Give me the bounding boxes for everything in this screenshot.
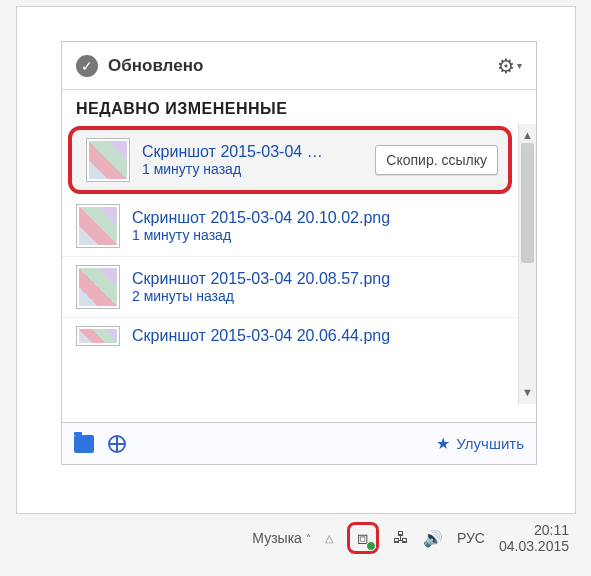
item-title: Скриншот 2015-03-04 …: [142, 143, 363, 161]
list-item[interactable]: Скриншот 2015-03-04 20.06.44.png: [62, 318, 518, 346]
taskbar-clock[interactable]: 20:11 04.03.2015: [499, 522, 569, 554]
chevron-down-icon: ▾: [517, 60, 522, 71]
list-item[interactable]: Скриншот 2015-03-04 20.08.57.png 2 минут…: [62, 257, 518, 318]
status-check-icon: ✓: [76, 55, 98, 77]
item-subtitle: 1 минуту назад: [142, 161, 363, 177]
scroll-track[interactable]: [519, 143, 536, 385]
item-subtitle: 1 минуту назад: [132, 227, 508, 243]
upgrade-label: Улучшить: [456, 435, 524, 452]
network-icon[interactable]: 🖧: [393, 529, 409, 547]
popup-header: ✓ Обновлено ⚙ ▾: [62, 42, 536, 90]
item-text: Скриншот 2015-03-04 20.10.02.png 1 минут…: [132, 209, 508, 243]
item-text: Скриншот 2015-03-04 20.08.57.png 2 минут…: [132, 270, 508, 304]
recent-list-inner: Скриншот 2015-03-04 … 1 минуту назад Ско…: [62, 124, 518, 404]
thumbnail-icon: [76, 326, 120, 346]
item-title: Скриншот 2015-03-04 20.10.02.png: [132, 209, 508, 227]
language-indicator[interactable]: РУС: [457, 530, 485, 546]
sound-icon[interactable]: 🔊: [423, 529, 443, 548]
scroll-down-icon[interactable]: ▼: [522, 385, 533, 400]
star-icon: ★: [436, 434, 450, 453]
thumbnail-icon: [76, 265, 120, 309]
item-title: Скриншот 2015-03-04 20.08.57.png: [132, 270, 508, 288]
taskbar: Музыка ˄ △ ⧈ 🖧 🔊 РУС 20:11 04.03.2015: [0, 516, 591, 560]
music-label: Музыка: [252, 530, 302, 546]
section-title: НЕДАВНО ИЗМЕНЕННЫЕ: [62, 90, 536, 124]
settings-button[interactable]: ⚙ ▾: [497, 54, 522, 78]
tray-overflow-icon[interactable]: △: [325, 532, 333, 545]
item-title: Скриншот 2015-03-04 20.06.44.png: [132, 327, 508, 345]
scrollbar[interactable]: ▲ ▼: [518, 124, 536, 404]
taskbar-music[interactable]: Музыка ˄: [252, 530, 311, 546]
thumbnail-icon: [86, 138, 130, 182]
thumbnail-icon: [76, 204, 120, 248]
popup-footer: ★ Улучшить: [62, 422, 536, 464]
upgrade-link[interactable]: ★ Улучшить: [436, 434, 524, 453]
list-item[interactable]: Скриншот 2015-03-04 20.10.02.png 1 минут…: [62, 196, 518, 257]
item-text: Скриншот 2015-03-04 20.06.44.png: [132, 327, 508, 345]
sync-ok-badge-icon: [366, 541, 376, 551]
window-frame: ✓ Обновлено ⚙ ▾ НЕДАВНО ИЗМЕНЕННЫЕ Скрин…: [16, 6, 576, 514]
scroll-thumb[interactable]: [521, 143, 534, 263]
item-text: Скриншот 2015-03-04 … 1 минуту назад: [142, 143, 363, 177]
chevron-up-icon: ˄: [306, 533, 311, 544]
copy-link-button[interactable]: Скопир. ссылку: [375, 145, 498, 175]
clock-time: 20:11: [499, 522, 569, 538]
dropbox-tray-icon[interactable]: ⧈: [352, 527, 374, 549]
recent-list: Скриншот 2015-03-04 … 1 минуту назад Ско…: [62, 124, 536, 404]
clock-date: 04.03.2015: [499, 538, 569, 554]
status-text: Обновлено: [108, 56, 203, 76]
folder-icon[interactable]: [74, 435, 94, 453]
globe-icon[interactable]: [108, 435, 126, 453]
tray-dropbox-highlight: ⧈: [347, 522, 379, 554]
gear-icon: ⚙: [497, 54, 515, 78]
item-subtitle: 2 минуты назад: [132, 288, 508, 304]
list-item[interactable]: Скриншот 2015-03-04 … 1 минуту назад Ско…: [68, 126, 512, 194]
scroll-up-icon[interactable]: ▲: [522, 128, 533, 143]
dropbox-popup: ✓ Обновлено ⚙ ▾ НЕДАВНО ИЗМЕНЕННЫЕ Скрин…: [61, 41, 537, 465]
